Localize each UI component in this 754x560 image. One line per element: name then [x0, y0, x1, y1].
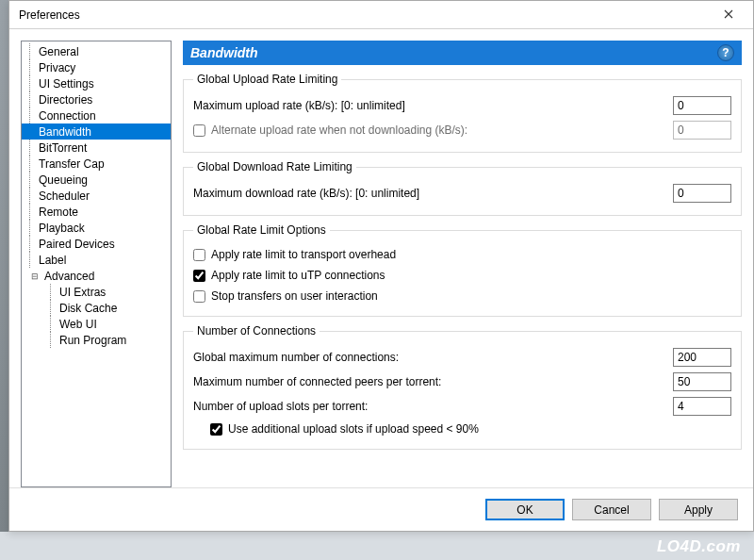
sidebar-item-transfer-cap[interactable]: Transfer Cap [22, 156, 171, 172]
close-icon [724, 8, 733, 22]
overhead-label: Apply rate limit to transport overhead [211, 248, 396, 261]
close-button[interactable] [708, 2, 749, 28]
max-upload-input[interactable] [673, 96, 731, 115]
utp-label: Apply rate limit to uTP connections [211, 269, 385, 282]
sidebar-item-playback[interactable]: Playback [22, 220, 171, 236]
panel-header: Bandwidth ? [183, 41, 742, 65]
global-connections-input[interactable] [673, 348, 731, 367]
cancel-button[interactable]: Cancel [572, 499, 651, 520]
panel-title: Bandwidth [190, 45, 258, 60]
additional-slots-checkbox[interactable] [210, 423, 222, 436]
sidebar-item-run-program[interactable]: Run Program [22, 332, 171, 348]
alt-upload-label: Alternate upload rate when not downloadi… [211, 124, 467, 137]
sidebar-item-privacy[interactable]: Privacy [22, 59, 171, 75]
peers-per-torrent-label: Maximum number of connected peers per to… [193, 375, 673, 388]
group-download: Global Download Rate Limiting Maximum do… [183, 160, 742, 216]
sidebar-tree: General Privacy UI Settings Directories … [21, 41, 172, 487]
peers-per-torrent-input[interactable] [673, 372, 731, 391]
title-bar: Preferences [9, 1, 753, 29]
window-title: Preferences [19, 8, 708, 22]
sidebar-item-general[interactable]: General [22, 43, 171, 59]
sidebar-item-paired-devices[interactable]: Paired Devices [22, 236, 171, 252]
stop-transfers-label: Stop transfers on user interaction [211, 289, 378, 303]
group-upload-legend: Global Upload Rate Limiting [193, 73, 341, 86]
preferences-window: Preferences General Privacy UI Settings … [8, 0, 754, 532]
max-upload-label: Maximum upload rate (kB/s): [0: unlimite… [193, 99, 673, 112]
alt-upload-input [673, 121, 731, 140]
sidebar-item-bittorrent[interactable]: BitTorrent [22, 140, 171, 156]
dialog-buttons: OK Cancel Apply [9, 487, 753, 531]
additional-slots-label: Use additional upload slots if upload sp… [228, 422, 479, 436]
sidebar-item-queueing[interactable]: Queueing [22, 172, 171, 188]
sidebar-item-disk-cache[interactable]: Disk Cache [22, 300, 171, 316]
sidebar-item-bandwidth[interactable]: Bandwidth [22, 124, 171, 140]
sidebar-item-advanced[interactable]: ⊟ Advanced [22, 268, 171, 284]
collapse-icon[interactable]: ⊟ [29, 272, 40, 281]
sidebar-item-remote[interactable]: Remote [22, 204, 171, 220]
upload-slots-label: Number of upload slots per torrent: [193, 400, 673, 413]
global-connections-label: Global maximum number of connections: [193, 351, 673, 364]
apply-button[interactable]: Apply [659, 499, 738, 520]
sidebar-item-ui-settings[interactable]: UI Settings [22, 75, 171, 91]
upload-slots-input[interactable] [673, 397, 731, 416]
watermark: LO4D.com [657, 537, 741, 556]
sidebar-item-label[interactable]: Label [22, 252, 171, 268]
overhead-checkbox[interactable] [193, 249, 205, 261]
group-connections: Number of Connections Global maximum num… [183, 324, 742, 450]
sidebar-item-ui-extras[interactable]: UI Extras [22, 284, 171, 300]
max-download-label: Maximum download rate (kB/s): [0: unlimi… [193, 187, 673, 200]
group-connections-legend: Number of Connections [193, 324, 320, 338]
sidebar-item-scheduler[interactable]: Scheduler [22, 188, 171, 204]
help-icon[interactable]: ? [717, 44, 734, 61]
group-options-legend: Global Rate Limit Options [193, 223, 330, 237]
content-row: General Privacy UI Settings Directories … [9, 29, 753, 487]
max-download-input[interactable] [673, 184, 731, 203]
ok-button[interactable]: OK [485, 499, 565, 520]
sidebar-item-connection[interactable]: Connection [22, 107, 171, 124]
settings-panel: Bandwidth ? Global Upload Rate Limiting … [183, 41, 742, 487]
group-options: Global Rate Limit Options Apply rate lim… [183, 223, 742, 317]
stop-transfers-checkbox[interactable] [193, 290, 205, 303]
utp-checkbox[interactable] [193, 270, 205, 282]
sidebar-item-directories[interactable]: Directories [22, 91, 171, 107]
alt-upload-checkbox[interactable] [193, 124, 205, 137]
group-download-legend: Global Download Rate Limiting [193, 160, 356, 173]
client-area: General Privacy UI Settings Directories … [9, 29, 753, 531]
group-upload: Global Upload Rate Limiting Maximum uplo… [183, 73, 742, 153]
sidebar-item-web-ui[interactable]: Web UI [22, 316, 171, 332]
